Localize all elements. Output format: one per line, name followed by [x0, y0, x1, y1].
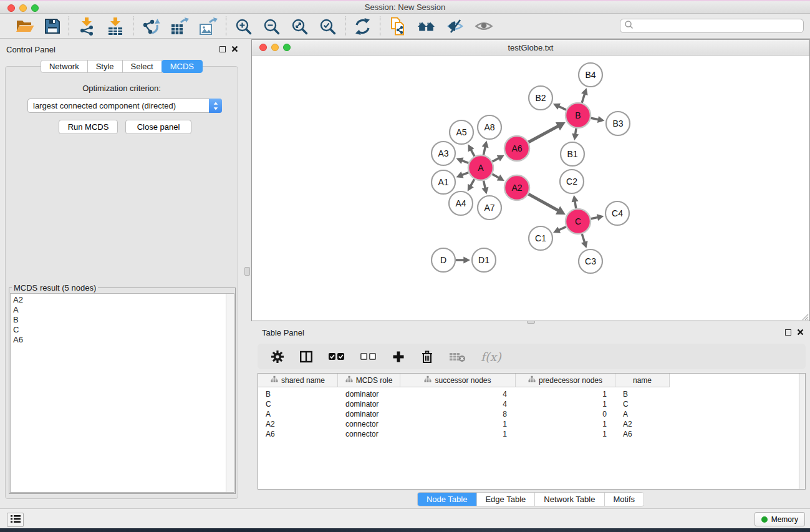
close-panel-button[interactable]: Close panel	[125, 120, 191, 134]
column-header-successor-nodes[interactable]: successor nodes	[400, 374, 516, 387]
graph-node-B1[interactable]: B1	[561, 142, 584, 166]
graph-node-A3[interactable]: A3	[432, 142, 455, 165]
mcds-result-item[interactable]: A	[11, 305, 234, 315]
float-panel-icon[interactable]	[219, 46, 226, 52]
copy-network-icon	[388, 17, 407, 36]
close-panel-icon[interactable]	[231, 46, 238, 52]
optimization-criterion-select[interactable]: largest connected component (directed)	[27, 99, 222, 113]
gear-button[interactable]	[271, 350, 284, 364]
graph-node-D1[interactable]: D1	[472, 248, 496, 272]
home-view-button[interactable]	[417, 19, 436, 34]
toggle-visibility-button[interactable]	[446, 19, 465, 34]
table-row[interactable]: Cdominator41C	[258, 399, 805, 409]
copy-network-button[interactable]	[388, 17, 407, 36]
mcds-result-item[interactable]: C	[11, 325, 234, 335]
search-input[interactable]	[637, 21, 803, 32]
memory-button[interactable]: Memory	[755, 512, 805, 526]
table-row[interactable]: Adominator80A	[258, 409, 805, 419]
mcds-result-item[interactable]: B	[11, 315, 234, 325]
select-all-button[interactable]	[328, 351, 345, 362]
zoom-window-icon[interactable]	[31, 4, 39, 12]
zoom-in-button[interactable]	[234, 17, 253, 36]
resize-grip-icon[interactable]	[801, 312, 809, 320]
refresh-button[interactable]	[354, 17, 372, 36]
tab-motifs[interactable]: Motifs	[604, 493, 644, 506]
graph-node-label: A8	[484, 122, 494, 132]
open-folder-button[interactable]	[16, 18, 34, 34]
graph-node-B2[interactable]: B2	[529, 86, 552, 110]
graph-node-C[interactable]: C	[566, 209, 591, 234]
cell-predecessor-nodes: 1	[516, 429, 615, 439]
graph-node-A5[interactable]: A5	[450, 120, 473, 144]
network-close-icon[interactable]	[259, 44, 267, 51]
table-row[interactable]: Bdominator41B	[258, 389, 805, 399]
tab-mcds[interactable]: MCDS	[162, 60, 203, 73]
tab-network-table[interactable]: Network Table	[535, 493, 604, 506]
graph-node-A[interactable]: A	[468, 155, 493, 180]
float-table-panel-icon[interactable]	[785, 329, 791, 336]
graph-node-C4[interactable]: C4	[605, 201, 629, 225]
run-mcds-button[interactable]: Run MCDS	[59, 120, 118, 134]
network-zoom-icon[interactable]	[283, 44, 291, 51]
tab-node-table[interactable]: Node Table	[418, 493, 477, 506]
graph-node-C3[interactable]: C3	[579, 249, 602, 273]
tab-edge-table[interactable]: Edge Table	[476, 493, 535, 506]
add-column-button[interactable]	[392, 350, 405, 364]
graph-node-B4[interactable]: B4	[579, 63, 602, 87]
split-columns-button[interactable]	[299, 350, 313, 364]
zoom-selected-button[interactable]	[319, 17, 337, 36]
column-header-name[interactable]: name	[615, 374, 670, 387]
deselect-all-button[interactable]	[360, 351, 377, 362]
select-all-icon	[328, 351, 345, 362]
tab-style[interactable]: Style	[87, 60, 123, 73]
mcds-result-item[interactable]: A6	[11, 335, 234, 345]
graph-node-A2[interactable]: A2	[504, 175, 529, 200]
minimize-window-icon[interactable]	[19, 4, 27, 12]
graph-node-B3[interactable]: B3	[606, 112, 630, 135]
cell-mcds-role: dominator	[338, 409, 400, 419]
tab-network[interactable]: Network	[41, 60, 88, 73]
task-history-button[interactable]	[7, 513, 24, 527]
close-window-icon[interactable]	[7, 4, 15, 12]
import-table-button[interactable]	[106, 17, 125, 36]
network-window-titlebar[interactable]: testGlobe.txt	[252, 40, 809, 56]
table-scrollbar[interactable]	[799, 374, 805, 489]
cell-shared-name: A6	[258, 429, 338, 439]
mcds-list-scrollbar[interactable]	[226, 294, 234, 492]
export-network-button[interactable]	[142, 17, 160, 36]
mcds-result-list[interactable]: A2ABCA6	[10, 293, 234, 493]
save-floppy-button[interactable]	[44, 18, 60, 34]
graph-node-A1[interactable]: A1	[432, 170, 455, 194]
mcds-result-item[interactable]: A2	[11, 295, 234, 305]
vertical-splitter-handle[interactable]	[244, 267, 250, 276]
column-header-shared-name[interactable]: shared name	[258, 374, 338, 387]
cell-shared-name: A2	[258, 419, 338, 429]
graph-node-A4[interactable]: A4	[449, 191, 473, 215]
cell-mcds-role: dominator	[338, 399, 400, 409]
refresh-icon	[354, 17, 372, 36]
graph-node-A8[interactable]: A8	[478, 115, 501, 139]
zoom-fit-button[interactable]	[291, 17, 309, 36]
graph-node-C1[interactable]: C1	[529, 226, 552, 250]
graph-node-A7[interactable]: A7	[478, 196, 501, 220]
graph-node-C2[interactable]: C2	[560, 170, 584, 193]
column-header-mcds-role[interactable]: MCDS role	[338, 374, 400, 387]
graph-node-D[interactable]: D	[432, 248, 455, 272]
show-all-button[interactable]	[475, 19, 493, 33]
node-table[interactable]: shared nameMCDS rolesuccessor nodesprede…	[258, 373, 806, 490]
zoom-out-button[interactable]	[263, 17, 281, 36]
export-image-button[interactable]	[199, 17, 218, 36]
delete-column-button[interactable]	[420, 350, 434, 364]
network-graph[interactable]: B4B2BB3A5A8A6B1A3AA1C2A2A4A7C4CC1DD1C3	[252, 56, 809, 321]
app-titlebar: Session: New Session	[0, 0, 810, 14]
column-header-predecessor-nodes[interactable]: predecessor nodes	[516, 374, 615, 387]
tab-select[interactable]: Select	[122, 60, 162, 73]
export-table-button[interactable]	[170, 17, 189, 36]
network-minimize-icon[interactable]	[271, 44, 279, 51]
graph-node-A6[interactable]: A6	[504, 136, 529, 161]
import-network-button[interactable]	[77, 17, 96, 36]
graph-node-B[interactable]: B	[566, 103, 591, 128]
table-row[interactable]: A2connector11A2	[258, 419, 805, 429]
table-row[interactable]: A6connector11A6	[258, 429, 805, 439]
close-table-panel-icon[interactable]	[797, 329, 804, 336]
